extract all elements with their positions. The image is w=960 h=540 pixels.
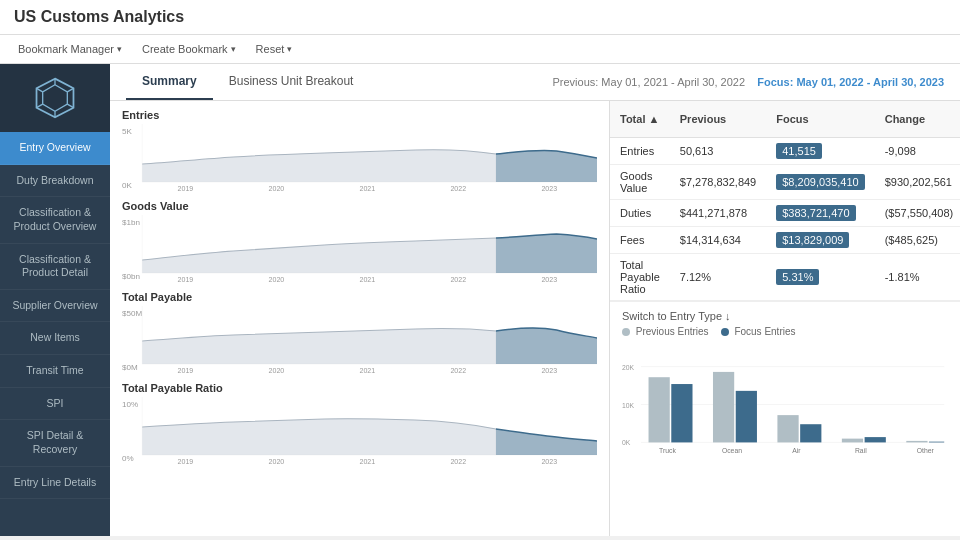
svg-text:2022: 2022 xyxy=(450,367,466,374)
create-bookmark-button[interactable]: Create Bookmark ▾ xyxy=(138,41,240,57)
tab-summary[interactable]: Summary xyxy=(126,64,213,100)
table-row: Total Payable Ratio 7.12% 5.31% -1.81% ▼… xyxy=(610,254,960,301)
svg-text:10K: 10K xyxy=(622,402,635,409)
svg-line-4 xyxy=(67,104,73,108)
metric-previous: $441,271,878 xyxy=(670,200,766,227)
metric-label: Goods Value xyxy=(610,165,670,200)
svg-text:0%: 0% xyxy=(122,454,134,463)
sidebar-item-spi-detail[interactable]: SPI Detail & Recovery xyxy=(0,420,110,466)
main-layout: Entry Overview Duty Breakdown Classifica… xyxy=(0,64,960,536)
metric-focus: $13,829,009 xyxy=(766,227,874,254)
svg-marker-1 xyxy=(43,85,68,111)
svg-text:0K: 0K xyxy=(122,181,133,190)
metric-label: Fees xyxy=(610,227,670,254)
col-focus: Focus xyxy=(766,101,874,138)
sidebar-item-spi[interactable]: SPI xyxy=(0,388,110,421)
svg-text:$0bn: $0bn xyxy=(122,272,140,281)
bar-truck-prev xyxy=(649,377,670,442)
content-area: Summary Business Unit Breakout Previous:… xyxy=(110,64,960,536)
total-payable-chart-svg: $50M $0M 2019 2020 2021 2022 xyxy=(122,306,597,374)
svg-text:2022: 2022 xyxy=(450,276,466,283)
metric-label: Entries xyxy=(610,138,670,165)
charts-column: Entries 5K 0K xyxy=(110,101,610,536)
svg-text:2020: 2020 xyxy=(269,367,285,374)
metric-focus: 5.31% xyxy=(766,254,874,301)
legend-prev-dot xyxy=(622,328,630,336)
bar-rail-prev xyxy=(842,439,863,443)
metrics-table: Total ▲ Previous Focus Change Change % E… xyxy=(610,101,960,301)
table-row: Fees $14,314,634 $13,829,009 ($485,625) … xyxy=(610,227,960,254)
entry-type-section: Switch to Entry Type ↓ Previous Entries … xyxy=(610,301,960,499)
svg-text:2021: 2021 xyxy=(360,367,376,374)
tab-business-unit-breakout[interactable]: Business Unit Breakout xyxy=(213,64,370,100)
charts-metrics-container: Entries 5K 0K xyxy=(110,101,960,536)
metric-focus: $383,721,470 xyxy=(766,200,874,227)
metric-change: ($485,625) xyxy=(875,227,960,254)
svg-text:$50M: $50M xyxy=(122,309,143,318)
metric-change: -9,098 xyxy=(875,138,960,165)
bar-ocean-prev xyxy=(713,372,734,443)
table-row: Duties $441,271,878 $383,721,470 ($57,55… xyxy=(610,200,960,227)
svg-line-6 xyxy=(37,104,43,108)
svg-text:2020: 2020 xyxy=(269,458,285,465)
sidebar-item-duty-breakdown[interactable]: Duty Breakdown xyxy=(0,165,110,198)
sidebar-item-supplier-overview[interactable]: Supplier Overview xyxy=(0,290,110,323)
chart-legend: Previous Entries Focus Entries xyxy=(622,326,948,337)
metric-label: Total Payable Ratio xyxy=(610,254,670,301)
svg-text:2023: 2023 xyxy=(541,458,557,465)
sidebar: Entry Overview Duty Breakdown Classifica… xyxy=(0,64,110,536)
metric-change: $930,202,561 xyxy=(875,165,960,200)
svg-text:$0M: $0M xyxy=(122,363,138,372)
sidebar-item-new-items[interactable]: New Items xyxy=(0,322,110,355)
goods-value-chart-block: Goods Value $1bn $0bn 2019 202 xyxy=(122,200,597,283)
bar-other-focus xyxy=(929,442,944,443)
svg-text:Rail: Rail xyxy=(855,447,867,454)
svg-text:2021: 2021 xyxy=(360,458,376,465)
total-payable-chart-block: Total Payable $50M $0M 2019 20 xyxy=(122,291,597,374)
metric-label: Duties xyxy=(610,200,670,227)
total-payable-ratio-chart-area: 10% 0% 2019 2020 2021 2022 xyxy=(122,397,597,465)
svg-text:5K: 5K xyxy=(122,127,133,136)
sidebar-item-transit-time[interactable]: Transit Time xyxy=(0,355,110,388)
bookmark-manager-button[interactable]: Bookmark Manager ▾ xyxy=(14,41,126,57)
svg-text:2023: 2023 xyxy=(541,367,557,374)
total-payable-ratio-chart-label: Total Payable Ratio xyxy=(122,382,597,394)
metrics-column: Total ▲ Previous Focus Change Change % E… xyxy=(610,101,960,536)
app-header: US Customs Analytics xyxy=(0,0,960,35)
bar-ocean-focus xyxy=(736,391,757,443)
metric-focus: 41,515 xyxy=(766,138,874,165)
metric-focus: $8,209,035,410 xyxy=(766,165,874,200)
svg-text:2019: 2019 xyxy=(178,185,194,192)
bar-air-focus xyxy=(800,424,821,442)
col-change: Change xyxy=(875,101,960,138)
sidebar-item-entry-overview[interactable]: Entry Overview xyxy=(0,132,110,165)
sidebar-logo xyxy=(0,64,110,132)
legend-focus: Focus Entries xyxy=(721,326,796,337)
bar-other-prev xyxy=(906,441,927,443)
metric-previous: $7,278,832,849 xyxy=(670,165,766,200)
goods-value-chart-svg: $1bn $0bn 2019 2020 2021 2022 xyxy=(122,215,597,283)
total-payable-ratio-chart-svg: 10% 0% 2019 2020 2021 2022 xyxy=(122,397,597,465)
sidebar-item-classification-product-overview[interactable]: Classification & Product Overview xyxy=(0,197,110,243)
entries-chart-svg: 5K 0K 2019 2020 2021 xyxy=(122,124,597,192)
col-total: Total ▲ xyxy=(610,101,670,138)
bar-chart-container: 20K 10K 0K xyxy=(622,343,948,491)
svg-text:2019: 2019 xyxy=(178,458,194,465)
toolbar: Bookmark Manager ▾ Create Bookmark ▾ Res… xyxy=(0,35,960,64)
svg-text:$1bn: $1bn xyxy=(122,218,140,227)
bar-air-prev xyxy=(777,415,798,442)
svg-text:2022: 2022 xyxy=(450,185,466,192)
sidebar-item-classification-product-detail[interactable]: Classification & Product Detail xyxy=(0,244,110,290)
svg-text:Air: Air xyxy=(792,447,801,454)
svg-text:2023: 2023 xyxy=(541,185,557,192)
svg-text:2020: 2020 xyxy=(269,276,285,283)
logo-icon xyxy=(33,76,77,120)
entries-chart-area: 5K 0K 2019 2020 2021 xyxy=(122,124,597,192)
metric-previous: 7.12% xyxy=(670,254,766,301)
svg-text:2022: 2022 xyxy=(450,458,466,465)
reset-button[interactable]: Reset ▾ xyxy=(252,41,297,57)
svg-text:2020: 2020 xyxy=(269,185,285,192)
entries-chart-label: Entries xyxy=(122,109,597,121)
sidebar-item-entry-line-details[interactable]: Entry Line Details xyxy=(0,467,110,500)
goods-value-chart-area: $1bn $0bn 2019 2020 2021 2022 xyxy=(122,215,597,283)
